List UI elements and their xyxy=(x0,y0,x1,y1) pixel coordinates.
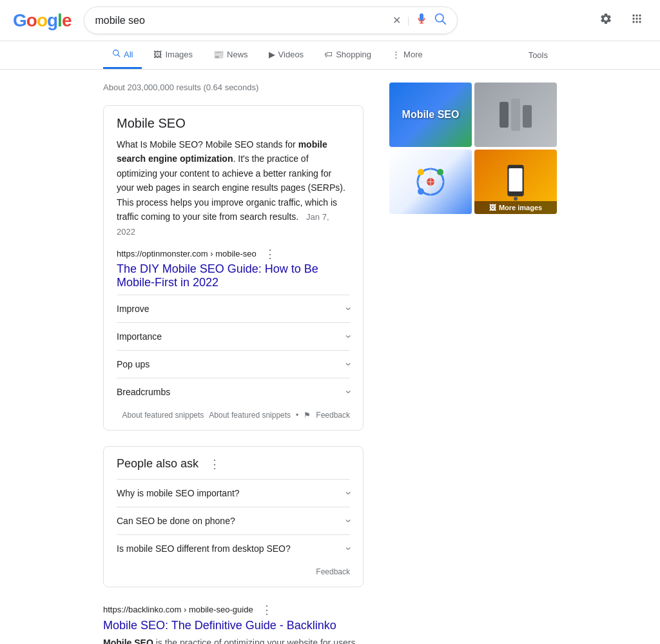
people-also-ask-section: People also ask ⋮ Why is mobile SEO impo… xyxy=(103,446,364,587)
featured-snippet-title: Mobile SEO xyxy=(117,116,350,131)
about-snippets-text[interactable]: About featured snippets xyxy=(209,411,291,420)
paa-options-icon[interactable]: ⋮ xyxy=(209,457,220,471)
more-images-icon: 🖼 xyxy=(489,204,496,211)
header-right xyxy=(596,8,647,32)
svg-line-1 xyxy=(443,21,446,24)
about-snippets-link[interactable]: About featured snippets xyxy=(122,411,204,420)
snippet-link[interactable]: The DIY Mobile SEO Guide: How to Be Mobi… xyxy=(117,262,350,289)
snippet-about: About featured snippets About featured s… xyxy=(117,411,350,420)
chevron-down-icon: › xyxy=(342,547,354,550)
image-thumb-4[interactable]: 🖼 More images xyxy=(474,150,557,214)
svg-rect-6 xyxy=(523,105,532,128)
accordion: Improve›Importance›Pop ups›Breadcrumbs› xyxy=(117,295,350,405)
accordion-item[interactable]: Importance› xyxy=(117,322,350,350)
snippet-flag-icon: ⚑ xyxy=(304,411,311,420)
image-label-1: Mobile SEO xyxy=(402,109,460,121)
paa-question: Is mobile SEO different from desktop SEO… xyxy=(117,543,291,554)
accordion-item[interactable]: Pop ups› xyxy=(117,350,350,378)
accordion-item[interactable]: Breadcrumbs› xyxy=(117,378,350,405)
snippet-feedback[interactable]: Feedback xyxy=(316,411,350,420)
apps-icon[interactable] xyxy=(626,8,647,32)
result-url-line: https://backlinko.com › mobile-seo-guide… xyxy=(103,603,364,617)
result-options-icon[interactable]: ⋮ xyxy=(261,603,273,617)
paa-question: Can SEO be done on phone? xyxy=(117,516,235,526)
tab-images-label: Images xyxy=(165,50,193,59)
svg-point-16 xyxy=(514,197,518,200)
left-column: About 203,000,000 results (0.64 seconds)… xyxy=(103,83,364,644)
main-content: About 203,000,000 results (0.64 seconds)… xyxy=(0,70,660,644)
snippet-url-line: https://optinmonster.com › mobile-seo ⋮ xyxy=(117,247,350,261)
result-snippet: Mobile SEO is the practice of optimizing… xyxy=(103,636,364,644)
svg-rect-15 xyxy=(509,168,523,191)
snippet-source-block: https://optinmonster.com › mobile-seo ⋮ … xyxy=(117,247,350,289)
tab-shopping-label: Shopping xyxy=(336,50,371,59)
accordion-label: Breadcrumbs xyxy=(117,387,170,397)
all-icon xyxy=(112,49,121,59)
search-results: https://backlinko.com › mobile-seo-guide… xyxy=(103,603,364,644)
svg-point-9 xyxy=(418,169,424,175)
svg-point-11 xyxy=(418,188,424,195)
tab-news-label: News xyxy=(227,50,248,59)
google-logo[interactable]: Google xyxy=(13,10,71,31)
accordion-label: Importance xyxy=(117,331,162,342)
featured-snippet-body: What Is Mobile SEO? Mobile SEO stands fo… xyxy=(117,137,350,239)
settings-icon[interactable] xyxy=(596,8,616,32)
results-count: About 203,000,000 results (0.64 seconds) xyxy=(103,83,364,92)
tab-videos[interactable]: ▶ Videos xyxy=(260,42,313,69)
image-panel: Mobile SEO xyxy=(389,83,557,214)
mic-icon[interactable] xyxy=(416,13,427,28)
tab-tools[interactable]: Tools xyxy=(519,43,557,68)
search-result: https://backlinko.com › mobile-seo-guide… xyxy=(103,603,364,644)
tab-images[interactable]: 🖼 Images xyxy=(144,42,202,69)
search-input[interactable] xyxy=(95,15,385,26)
paa-question: Why is mobile SEO important? xyxy=(117,488,240,498)
image-thumb-3[interactable] xyxy=(389,150,472,214)
more-icon: ⋮ xyxy=(392,50,400,59)
videos-icon: ▶ xyxy=(269,50,275,59)
image-thumb-2[interactable] xyxy=(474,83,557,147)
svg-rect-4 xyxy=(500,102,509,128)
snippet-options-icon[interactable]: ⋮ xyxy=(264,247,276,261)
accordion-label: Improve xyxy=(117,304,150,314)
tab-videos-label: Videos xyxy=(278,50,304,59)
tab-shopping[interactable]: 🏷 Shopping xyxy=(315,42,380,69)
result-title[interactable]: Mobile SEO: The Definitive Guide - Backl… xyxy=(103,618,364,633)
chevron-down-icon: › xyxy=(342,390,354,393)
paa-item[interactable]: Is mobile SEO different from desktop SEO… xyxy=(117,534,350,562)
right-column: Mobile SEO xyxy=(389,83,557,644)
search-submit-icon[interactable] xyxy=(434,12,447,28)
featured-snippet: Mobile SEO What Is Mobile SEO? Mobile SE… xyxy=(103,105,364,431)
tab-all-label: All xyxy=(124,50,133,59)
more-images-button[interactable]: 🖼 More images xyxy=(474,201,557,214)
result-url: https://backlinko.com › mobile-seo-guide xyxy=(103,605,253,614)
paa-header: People also ask ⋮ xyxy=(117,457,350,471)
svg-rect-5 xyxy=(511,99,520,131)
chevron-down-icon: › xyxy=(342,335,354,338)
chevron-down-icon: › xyxy=(342,362,354,366)
accordion-label: Pop ups xyxy=(117,359,150,369)
images-icon: 🖼 xyxy=(153,50,162,59)
paa-item[interactable]: Can SEO be done on phone?› xyxy=(117,507,350,534)
tab-news[interactable]: 📰 News xyxy=(204,42,257,69)
tab-more-label: More xyxy=(403,50,423,59)
accordion-item[interactable]: Improve› xyxy=(117,295,350,322)
chevron-down-icon: › xyxy=(342,307,354,310)
chevron-down-icon: › xyxy=(342,491,354,494)
chevron-down-icon: › xyxy=(342,519,354,522)
snippet-url: https://optinmonster.com › mobile-seo xyxy=(117,249,257,259)
paa-title: People also ask xyxy=(117,457,199,471)
svg-line-3 xyxy=(118,55,120,57)
tab-all[interactable]: All xyxy=(103,41,142,69)
more-images-label: More images xyxy=(499,204,542,211)
image-thumb-1[interactable]: Mobile SEO xyxy=(389,83,472,147)
paa-feedback[interactable]: Feedback xyxy=(117,567,350,576)
snippet-date: Jan 7, 2022 xyxy=(117,212,329,237)
paa-items: Why is mobile SEO important?›Can SEO be … xyxy=(117,479,350,562)
nav-tabs: All 🖼 Images 📰 News ▶ Videos 🏷 Shopping … xyxy=(0,41,660,70)
clear-icon[interactable]: ✕ xyxy=(393,14,401,26)
search-bar: ✕ | xyxy=(84,6,458,34)
news-icon: 📰 xyxy=(213,50,224,59)
tab-more[interactable]: ⋮ More xyxy=(383,42,432,69)
paa-item[interactable]: Why is mobile SEO important?› xyxy=(117,479,350,507)
shopping-icon: 🏷 xyxy=(324,50,333,59)
